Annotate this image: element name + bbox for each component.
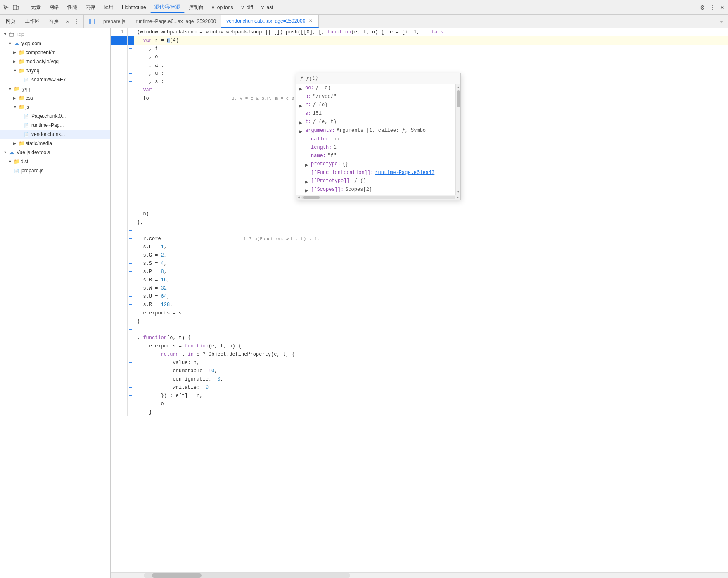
close-devtools-icon[interactable]: ✕: [718, 3, 726, 12]
expand-icon[interactable]: ▶: [305, 162, 311, 168]
code-content: s.S = 4,: [134, 259, 728, 268]
menu-item-sources[interactable]: 源代码/来源: [150, 2, 185, 13]
sidebar-item-component[interactable]: ▶ 📁 component/m: [0, 48, 110, 57]
tab-more-icon[interactable]: »: [64, 17, 72, 26]
popup-row-s[interactable]: s: 151: [296, 110, 455, 118]
tab-bar: 网页 工作区 替换 » ⋮ prepare.js runtime~Page.e6…: [0, 15, 728, 28]
sidebar-item-runtime[interactable]: 📄 runtime~Pag...: [0, 121, 110, 130]
file-tab-runtime-label: runtime~Page.e6...ax_age=2592000: [135, 19, 216, 24]
device-toggle-icon[interactable]: [12, 3, 20, 12]
popup-row-arguments[interactable]: ▶ arguments: Arguments [1, callee: ƒ, Sy…: [296, 127, 455, 136]
menu-item-performance[interactable]: 性能: [63, 2, 81, 12]
sidebar-item-vuedevtools[interactable]: ▼ ☁ Vue.js devtools: [0, 148, 110, 157]
popup-row-oe[interactable]: ▶ oe: ƒ (e): [296, 84, 455, 93]
popup-hscrollbar[interactable]: ◀ ▶: [296, 195, 460, 200]
folder-icon: 📁: [18, 140, 25, 147]
sidebar-item-staticmedia[interactable]: ▶ 📁 static/media: [0, 139, 110, 148]
chevron-down-icon: ▼: [13, 69, 18, 73]
sidebar-item-ryqq[interactable]: ▼ 📁 ryqq: [0, 84, 110, 93]
file-tab-vendor[interactable]: vendor.chunk.ab...ax_age=2592000 ✕: [221, 15, 319, 28]
menu-item-vdiff[interactable]: v_diff: [237, 3, 257, 12]
sidebar-item-pagechunk[interactable]: 📄 Page.chunk.0...: [0, 112, 110, 121]
popup-scrollbar[interactable]: ▲ ▼: [455, 84, 460, 195]
expand-icon[interactable]: ▶: [299, 128, 305, 135]
code-line-su: — s.U = 64,: [111, 293, 728, 301]
file-tab-prepare[interactable]: prepare.js: [98, 15, 130, 28]
sidebar-item-js[interactable]: ▼ 📁 js: [0, 102, 110, 112]
tab-workspace[interactable]: 工作区: [21, 16, 44, 26]
popup-row-functionlocation[interactable]: [[FunctionLocation]]: runtime~Page.e61ea…: [296, 169, 455, 177]
code-content: }) : e[t] = n,: [134, 392, 728, 400]
menu-item-voptions[interactable]: v_opitons: [208, 3, 237, 12]
popup-val: ƒ (e): [316, 85, 331, 91]
menu-item-console[interactable]: 控制台: [185, 2, 208, 12]
line-number: [111, 383, 127, 392]
editor-hscroll-track[interactable]: [144, 573, 350, 578]
expand-icon[interactable]: ▶: [305, 179, 311, 185]
menu-item-application[interactable]: 应用: [100, 2, 118, 12]
cursor-inspect-icon[interactable]: [2, 3, 10, 12]
sidebar-item-nryqq[interactable]: ▼ 📁 n/ryqq: [0, 66, 110, 75]
sidebar-item-dist[interactable]: ▼ 📁 dist: [0, 157, 110, 166]
sidebar-item-vendor[interactable]: 📄 vendor.chunk...: [0, 130, 110, 139]
scroll-up-icon[interactable]: ▲: [456, 84, 460, 90]
autocomplete-popup[interactable]: ƒ ƒ(t) ▶ oe: ƒ (e) p: "/ryq: [296, 73, 461, 200]
file-icon: 📄: [23, 76, 30, 83]
chevron-right-icon: ▶: [13, 96, 18, 100]
line-marker: —: [127, 276, 134, 284]
panel-icon-tab: [85, 19, 98, 24]
code-content: , a :: [134, 61, 728, 69]
expand-icon[interactable]: ▶: [299, 103, 305, 109]
more-options-icon[interactable]: ⋮: [708, 3, 716, 12]
popup-row-proto[interactable]: ▶ [[Prototype]]: ƒ (): [296, 177, 455, 186]
hscroll-track[interactable]: [301, 196, 455, 199]
settings-gear-icon[interactable]: ⚙: [698, 3, 707, 12]
expand-icon[interactable]: ▶: [299, 120, 305, 126]
code-container[interactable]: 1 (window.webpackJsonp = window.webpackJ…: [111, 28, 728, 572]
chevron-down-icon: ▼: [8, 87, 13, 91]
editor-hscrollbar[interactable]: [111, 572, 728, 578]
folder-icon: 📁: [18, 49, 25, 56]
sidebar-label-staticmedia: static/media: [26, 140, 52, 146]
menu-item-network[interactable]: 网络: [45, 2, 63, 12]
popup-row-p[interactable]: p: "/ryqq/": [296, 93, 455, 101]
tab-webpage[interactable]: 网页: [2, 16, 20, 26]
panel-collapse-icon[interactable]: [716, 17, 726, 26]
hscroll-right-icon[interactable]: ▶: [456, 195, 460, 200]
sidebar-item-preparejs[interactable]: 📄 prepare.js: [0, 166, 110, 175]
tab-replace[interactable]: 替换: [45, 16, 63, 26]
sidebar-item-css[interactable]: ▶ 📁 css: [0, 93, 110, 102]
folder-icon: 📁: [18, 95, 25, 101]
menu-item-elements[interactable]: 元素: [27, 2, 45, 12]
popup-row-name[interactable]: name: "f": [296, 152, 455, 160]
line-marker: —: [127, 45, 134, 53]
popup-row-scopes[interactable]: ▶ [[Scopes]]: Scopes[2]: [296, 186, 455, 195]
expand-icon[interactable]: ▶: [299, 86, 305, 92]
menu-item-memory[interactable]: 内存: [81, 2, 100, 12]
popup-row-r[interactable]: ▶ r: ƒ (e): [296, 101, 455, 110]
code-content: n): [134, 210, 728, 218]
sidebar-item-search[interactable]: 📄 search?w=%E7...: [0, 75, 110, 84]
code-content: return t in e ? Object.defineProperty(e,…: [134, 350, 728, 359]
line-marker: —: [127, 210, 134, 218]
sidebar-item-top[interactable]: ▼ top: [0, 30, 110, 39]
popup-row-length[interactable]: length: 1: [296, 144, 455, 152]
code-content: value: n,: [134, 359, 728, 367]
scroll-down-icon[interactable]: ▼: [456, 189, 460, 195]
code-line-sf: — s.F = 1,: [111, 243, 728, 251]
popup-row-prototype[interactable]: ▶ prototype: {}: [296, 160, 455, 169]
file-tab-close-icon[interactable]: ✕: [308, 18, 313, 24]
menu-item-vast[interactable]: v_ast: [257, 3, 277, 12]
popup-row-t[interactable]: ▶ t: ƒ (e, t): [296, 118, 455, 127]
line-marker: —: [127, 375, 134, 383]
sidebar-item-yqq[interactable]: ▼ ☁ y.qq.com: [0, 39, 110, 48]
code-line-sg: — s.G = 2,: [111, 251, 728, 259]
file-tab-runtime[interactable]: runtime~Page.e6...ax_age=2592000: [130, 15, 221, 28]
expand-icon[interactable]: ▶: [305, 188, 311, 194]
line-marker: —: [127, 367, 134, 375]
popup-row-caller[interactable]: caller: null: [296, 136, 455, 144]
menu-item-lighthouse[interactable]: Lighthouse: [118, 3, 150, 12]
hscroll-left-icon[interactable]: ◀: [297, 195, 301, 200]
sidebar-item-mediastyle[interactable]: ▶ 📁 mediastyle/yqq: [0, 57, 110, 66]
tab-dots-icon[interactable]: ⋮: [73, 17, 81, 26]
